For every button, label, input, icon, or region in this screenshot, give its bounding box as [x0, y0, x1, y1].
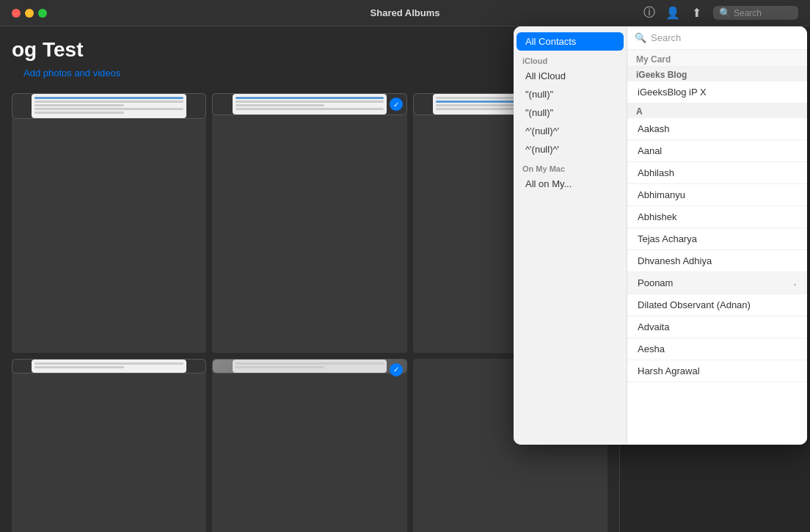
photo-content: [212, 93, 406, 115]
all-contacts-item[interactable]: All Contacts: [517, 32, 624, 51]
search-icon: 🔍: [635, 32, 646, 43]
contact-aesha[interactable]: Aesha: [627, 338, 807, 360]
photo-thumb[interactable]: [12, 93, 206, 353]
photo-content: [212, 359, 406, 374]
contact-dhvanesh-adhiya[interactable]: Dhvanesh Adhiya: [627, 250, 807, 272]
contact-tejas-acharya[interactable]: Tejas Acharya: [627, 228, 807, 250]
contact-aanal[interactable]: Aanal: [627, 140, 807, 162]
search-icon: 🔍: [719, 7, 731, 18]
minimize-button[interactable]: [25, 9, 34, 18]
window-title: Shared Albums: [371, 7, 440, 18]
contact-abhilash[interactable]: Abhilash: [627, 162, 807, 184]
search-input[interactable]: [734, 8, 792, 18]
photo-thumb[interactable]: ✓: [212, 359, 406, 532]
close-button[interactable]: [12, 9, 21, 18]
top-bar: Shared Albums ⓘ 👤 ⬆ 🔍: [0, 0, 810, 26]
selection-checkbox[interactable]: ✓: [390, 98, 403, 111]
person-icon[interactable]: 👤: [666, 7, 679, 20]
toolbar-right: ⓘ 👤 ⬆ 🔍: [643, 6, 798, 20]
contact-abhimanyu[interactable]: Abhimanyu: [627, 184, 807, 206]
igeeksblog-group-header: iGeeks Blog: [627, 67, 807, 81]
selection-checkbox[interactable]: ✓: [390, 363, 403, 376]
window-controls: [12, 9, 47, 18]
alpha-a-header: A: [627, 103, 807, 118]
null-item-2[interactable]: "(null)": [517, 103, 624, 122]
contact-advaita[interactable]: Advaita: [627, 316, 807, 338]
contact-aakash[interactable]: Aakash: [627, 118, 807, 140]
dd-right-panel: 🔍 My Card iGeeks Blog iGeeksBlog iP X A …: [627, 26, 807, 445]
caret-null-item-1[interactable]: ^'(null)^': [517, 122, 624, 140]
info-icon[interactable]: ⓘ: [643, 7, 656, 20]
caret-null-item-2[interactable]: ^'(null)^': [517, 140, 624, 158]
dd-search-input[interactable]: [651, 32, 800, 43]
photo-content: [12, 93, 206, 119]
poonam-dot-indicator: ·: [793, 277, 797, 291]
contact-poonam[interactable]: Poonam ·: [627, 272, 807, 294]
share-icon[interactable]: ⬆: [690, 7, 703, 20]
search-bar[interactable]: 🔍: [713, 6, 798, 20]
fullscreen-button[interactable]: [38, 9, 47, 18]
contact-dilated-adnan[interactable]: Dilated Observant (Adnan): [627, 294, 807, 316]
icloud-section-header: iCloud: [514, 51, 627, 67]
traffic-lights: [12, 9, 47, 18]
photo-content: [12, 359, 206, 374]
contact-abhishek[interactable]: Abhishek: [627, 206, 807, 228]
all-on-my-item[interactable]: All on My...: [517, 175, 624, 193]
null-item-1[interactable]: "(null)": [517, 85, 624, 103]
dd-search-bar: 🔍: [627, 26, 807, 50]
contact-harsh-agrawal[interactable]: Harsh Agrawal: [627, 360, 807, 382]
photo-thumb[interactable]: ✓: [212, 93, 406, 353]
on-my-mac-section-header: On My Mac: [514, 158, 627, 175]
all-icloud-item[interactable]: All iCloud: [517, 67, 624, 85]
contacts-list: My Card iGeeks Blog iGeeksBlog iP X A Aa…: [627, 50, 807, 445]
dd-left-panel: All Contacts iCloud All iCloud "(null)" …: [514, 26, 627, 445]
igeeksblog-ip-x-item[interactable]: iGeeksBlog iP X: [627, 81, 807, 103]
photo-thumb[interactable]: [12, 359, 206, 532]
my-card-header: My Card: [627, 50, 807, 67]
contacts-dropdown: All Contacts iCloud All iCloud "(null)" …: [514, 26, 807, 445]
